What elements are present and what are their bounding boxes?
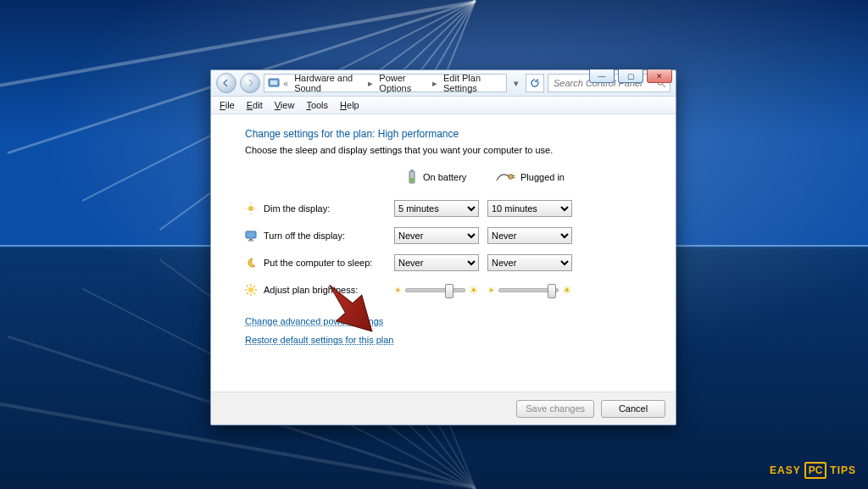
window-caption-buttons: — ▢ ✕ [589,69,672,83]
content-area: Change settings for the plan: High perfo… [211,114,676,392]
brightness-icon [245,284,257,296]
control-panel-icon [268,77,280,89]
refresh-button[interactable] [526,74,544,92]
breadcrumb-edit-plan[interactable]: Edit Plan Settings [441,73,503,93]
link-restore-defaults[interactable]: Restore default settings for this plan [245,335,393,345]
col-plugged-label: Plugged in [520,172,565,182]
page-subtitle: Choose the sleep and display settings th… [245,145,642,155]
page-title: Change settings for the plan: High perfo… [245,128,642,140]
off-battery-select[interactable]: Never [394,227,479,244]
back-button[interactable] [216,73,236,93]
link-advanced-settings[interactable]: Change advanced power settings [245,316,383,326]
brightness-label: Adjust plan brightness: [264,285,358,295]
row-off-display: Turn off the display: Never Never [245,225,642,247]
svg-point-10 [248,206,253,211]
footer-bar: Save changes Cancel [211,392,676,425]
menu-edit[interactable]: Edit [242,98,268,112]
brightness-battery-slider[interactable]: ☀ ☀ [394,284,479,297]
forward-button[interactable] [240,73,260,93]
svg-line-26 [253,286,255,287]
sun-max-icon: ☀ [469,284,479,297]
off-label: Turn off the display: [264,231,345,241]
sun-min-icon: ☀ [487,286,495,295]
column-headers: On battery Plugged in [406,169,642,186]
sleep-icon [245,257,257,269]
battery-icon [406,169,418,186]
svg-line-25 [247,292,248,294]
sleep-battery-select[interactable]: Never [394,254,479,271]
sleep-plugged-select[interactable]: Never [487,254,572,271]
breadcrumb-power-options[interactable]: Power Options [376,73,429,93]
svg-line-23 [247,286,248,287]
col-battery-label: On battery [423,172,466,182]
breadcrumb-dropdown[interactable]: ▾ [510,78,522,89]
svg-line-24 [253,292,255,294]
menu-tools[interactable]: Tools [301,98,333,112]
svg-point-18 [248,287,253,292]
menu-view[interactable]: View [270,98,300,112]
control-panel-window: — ▢ ✕ « Hardware and Sound ▸ Power Optio… [210,69,676,425]
save-button[interactable]: Save changes [516,400,594,418]
svg-rect-5 [411,169,414,172]
menu-help[interactable]: Help [335,98,364,112]
dim-icon [245,203,257,214]
maximize-button[interactable]: ▢ [618,69,643,83]
dim-plugged-select[interactable]: 10 minutes [487,200,572,217]
dim-battery-select[interactable]: 5 minutes [394,200,479,217]
desktop-background: — ▢ ✕ « Hardware and Sound ▸ Power Optio… [0,0,868,489]
svg-rect-6 [410,178,414,182]
close-button[interactable]: ✕ [647,69,672,83]
off-plugged-select[interactable]: Never [487,227,572,244]
svg-rect-17 [248,241,254,242]
row-brightness: Adjust plan brightness: ☀ ☀ ☀ ☀ [245,279,642,301]
logo-mid: PC [804,462,827,479]
svg-rect-16 [249,239,253,241]
menu-file[interactable]: File [214,98,240,112]
plug-icon [495,171,515,183]
cancel-button[interactable]: Cancel [601,400,665,418]
row-sleep: Put the computer to sleep: Never Never [245,252,642,274]
sun-min-icon: ☀ [394,286,402,295]
breadcrumb[interactable]: « Hardware and Sound ▸ Power Options ▸ E… [264,74,507,92]
brightness-plugged-slider[interactable]: ☀ ☀ [487,284,572,297]
sleep-label: Put the computer to sleep: [264,258,372,268]
svg-rect-15 [246,231,256,238]
logo-pre: EASY [770,464,801,476]
menu-bar: File Edit View Tools Help [211,97,676,114]
svg-line-3 [663,85,666,88]
breadcrumb-hardware-sound[interactable]: Hardware and Sound [292,73,364,93]
watermark-logo: EASY PC TIPS [770,462,856,479]
logo-post: TIPS [830,464,856,476]
svg-rect-1 [270,81,277,85]
row-dim-display: Dim the display: 5 minutes 10 minutes [245,197,642,219]
minimize-button[interactable]: — [589,69,615,83]
svg-rect-7 [509,175,513,179]
monitor-icon [245,230,257,242]
dim-label: Dim the display: [264,203,330,214]
sun-max-icon: ☀ [562,284,572,297]
